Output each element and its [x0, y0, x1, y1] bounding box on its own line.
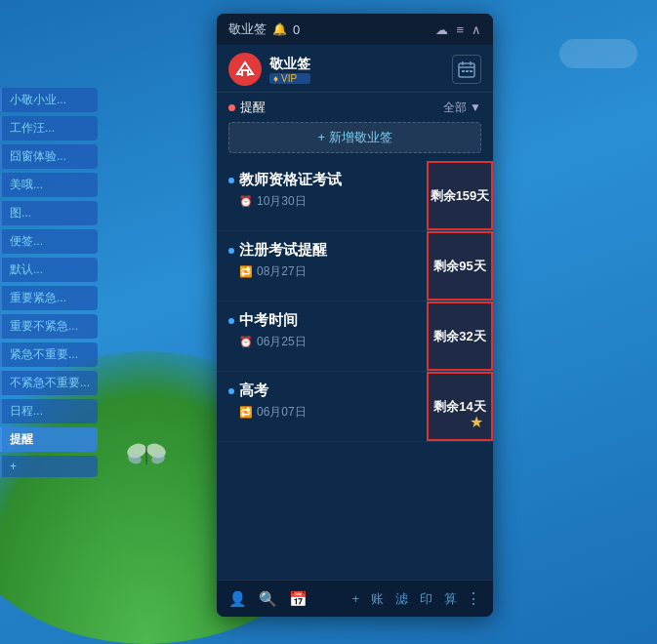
item-bullet [228, 178, 234, 183]
days-badge-registration: 剩余95天 [427, 231, 493, 301]
sidebar-item-default[interactable]: 默认... [0, 258, 98, 282]
sidebar-item-convenience[interactable]: 便签... [0, 229, 98, 254]
sidebar-item-small-business[interactable]: 小敬小业... [0, 88, 98, 112]
header-left: 敬业签 ♦ VIP [228, 53, 310, 86]
calendar-button[interactable] [452, 55, 481, 84]
item-main-gaokao: 高考 🔁 06月07日 [217, 372, 427, 441]
minimize-icon[interactable]: ∧ [472, 22, 481, 37]
sidebar-item-schedule[interactable]: 日程... [0, 399, 98, 423]
butterfly-decoration [127, 439, 166, 468]
search-icon[interactable]: 🔍 [259, 590, 277, 608]
svg-rect-13 [470, 70, 472, 72]
sidebar-item-important-nonurgent[interactable]: 重要不紧急... [0, 314, 98, 339]
title-bar-controls: ☁ ≡ ∧ [435, 22, 481, 37]
days-badge-middle-exam: 剩余32天 [427, 302, 493, 371]
title-app-name: 敬业签 [228, 20, 267, 38]
sidebar-item-picture[interactable]: 图... [0, 201, 98, 225]
filter-action[interactable]: 滤 [392, 588, 411, 610]
item-bullet [228, 388, 234, 394]
reminder-item-middle-exam[interactable]: 中考时间 ⏰ 06月25日 剩余32天 [217, 302, 493, 372]
remind-title: 提醒 [228, 99, 266, 116]
item-main-middle-exam: 中考时间 ⏰ 06月25日 [217, 302, 427, 371]
sidebar-item-important-urgent[interactable]: 重要紧急... [0, 286, 98, 310]
item-title-row: 注册考试提醒 [228, 241, 415, 260]
sidebar-item-urgent-nonimportant[interactable]: 紧急不重要... [0, 342, 98, 367]
person-icon[interactable]: 👤 [228, 590, 247, 608]
bottom-toolbar: 👤 🔍 📅 + 账 滤 印 算 ⋮ [217, 580, 493, 617]
item-title-teacher-cert: 教师资格证考试 [239, 171, 342, 189]
item-date-registration: 🔁 08月27日 [228, 263, 415, 280]
item-title-middle-exam: 中考时间 [239, 311, 298, 330]
calendar-icon[interactable]: 📅 [289, 590, 308, 608]
add-action-icon[interactable]: + [349, 589, 362, 608]
sidebar-item-reminder[interactable]: 提醒 [0, 427, 98, 452]
item-title-gaokao: 高考 [239, 382, 268, 400]
item-title-row: 教师资格证考试 [228, 171, 415, 189]
sidebar-item-team-experience[interactable]: 囧窗体验... [0, 144, 98, 169]
print-action[interactable]: 印 [417, 588, 435, 610]
sidebar-item-work-note[interactable]: 工作汪... [0, 116, 98, 141]
item-title-registration: 注册考试提醒 [239, 241, 327, 260]
item-main-registration: 注册考试提醒 🔁 08月27日 [217, 231, 427, 301]
repeat-icon: 🔁 [239, 406, 253, 419]
item-date-gaokao: 🔁 06月07日 [228, 404, 415, 421]
item-main-teacher-cert: 教师资格证考试 ⏰ 10月30日 [217, 161, 427, 230]
star-icon[interactable]: ★ [470, 413, 483, 431]
bottom-right-actions: + 账 滤 印 算 ⋮ [349, 588, 481, 610]
app-logo [228, 53, 262, 86]
vip-badge: ♦ VIP [269, 73, 310, 84]
remind-label: 提醒 [240, 99, 266, 116]
remind-dot [228, 104, 235, 111]
header: 敬业签 ♦ VIP [217, 45, 493, 93]
add-reminder-button[interactable]: + 新增敬业签 [228, 122, 481, 153]
svg-rect-6 [243, 71, 247, 76]
more-menu-button[interactable]: ⋮ [466, 589, 481, 608]
app-name-block: 敬业签 ♦ VIP [269, 56, 310, 84]
item-date-middle-exam: ⏰ 06月25日 [228, 334, 415, 350]
title-bar: 敬业签 🔔 0 ☁ ≡ ∧ [217, 14, 493, 45]
notification-count: 0 [293, 22, 300, 37]
svg-rect-11 [462, 70, 465, 72]
sidebar: 小敬小业... 工作汪... 囧窗体验... 美哦... 图... 便签... … [0, 88, 98, 477]
cloud-icon[interactable]: ☁ [435, 22, 448, 37]
bell-icon: 🔔 [272, 22, 287, 36]
repeat-icon: 🔁 [239, 265, 253, 278]
item-bullet [228, 318, 234, 324]
reminder-item-teacher-cert[interactable]: 教师资格证考试 ⏰ 10月30日 剩余159天 [217, 161, 493, 231]
widget-panel: 敬业签 🔔 0 ☁ ≡ ∧ 敬业签 ♦ VIP [217, 14, 493, 617]
item-bullet [228, 248, 234, 254]
days-badge-teacher-cert: 剩余159天 [427, 161, 493, 230]
bottom-left-icons: 👤 🔍 📅 [228, 590, 308, 608]
remind-bar: 提醒 全部 ▼ [217, 93, 493, 122]
item-date-teacher-cert: ⏰ 10月30日 [228, 193, 415, 210]
reminder-list: 教师资格证考试 ⏰ 10月30日 剩余159天 注册考试提醒 🔁 [217, 161, 493, 580]
menu-icon[interactable]: ≡ [456, 22, 464, 37]
reminder-item-registration[interactable]: 注册考试提醒 🔁 08月27日 剩余95天 [217, 231, 493, 302]
app-title: 敬业签 [269, 56, 310, 73]
account-action[interactable]: 账 [368, 588, 387, 610]
sidebar-item-neither[interactable]: 不紧急不重要... [0, 371, 98, 395]
sidebar-item-beauty[interactable]: 美哦... [0, 173, 98, 197]
svg-rect-12 [466, 70, 469, 72]
remind-filter[interactable]: 全部 ▼ [443, 100, 481, 116]
sidebar-item-add[interactable]: + [0, 456, 98, 477]
reminder-item-gaokao[interactable]: 高考 🔁 06月07日 剩余14天 ★ [217, 372, 493, 442]
item-title-row: 高考 [228, 382, 415, 400]
calc-action[interactable]: 算 [441, 588, 460, 610]
item-title-row: 中考时间 [228, 311, 415, 330]
cloud-decoration [559, 39, 637, 68]
clock-icon: ⏰ [239, 336, 253, 348]
title-bar-left: 敬业签 🔔 0 [228, 20, 300, 38]
clock-icon: ⏰ [239, 195, 253, 208]
